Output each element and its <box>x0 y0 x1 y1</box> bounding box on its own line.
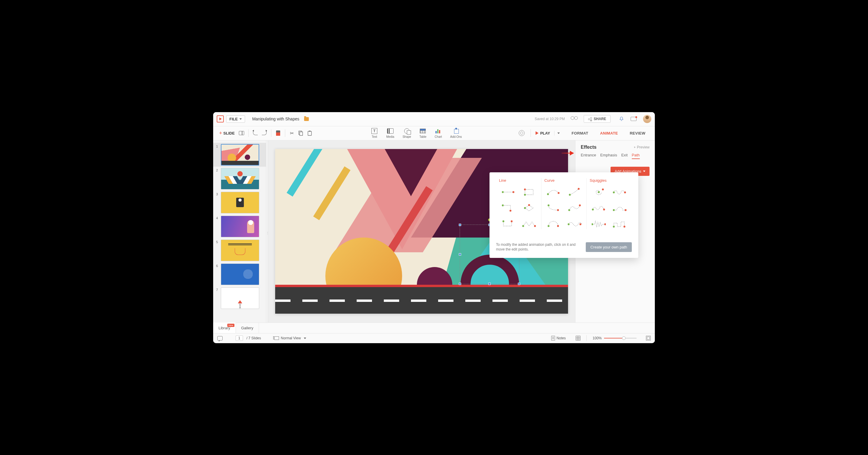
path-line-rect[interactable] <box>520 187 538 197</box>
resize-handle[interactable] <box>459 283 461 285</box>
path-col-curve: Curve <box>545 178 584 183</box>
svg-point-18 <box>547 193 549 195</box>
copy-button[interactable] <box>297 130 304 137</box>
insert-text[interactable]: TText <box>371 128 378 138</box>
path-line-elbow[interactable] <box>499 203 517 213</box>
path-curve-diag[interactable] <box>565 187 583 197</box>
current-slide-input[interactable]: 1 <box>236 335 243 341</box>
svg-point-24 <box>568 209 570 211</box>
svg-point-17 <box>534 225 536 227</box>
svg-point-6 <box>512 191 514 193</box>
insert-table[interactable]: Table <box>419 128 426 138</box>
path-curve-wave[interactable] <box>565 219 583 229</box>
resize-handle[interactable] <box>488 283 491 285</box>
path-curve-arc[interactable] <box>545 187 562 197</box>
svg-point-23 <box>557 209 559 211</box>
bottom-tab-library[interactable]: LibraryNew <box>213 323 236 333</box>
create-own-path-button[interactable]: Create your own path <box>586 242 632 252</box>
svg-point-21 <box>578 188 579 189</box>
thumb-4[interactable]: 4 <box>213 215 266 238</box>
collaborators-icon[interactable] <box>571 116 578 122</box>
svg-point-40 <box>613 225 615 227</box>
effects-tab-emphasis[interactable]: Emphasis <box>600 153 617 159</box>
svg-point-19 <box>558 192 559 194</box>
thumb-6[interactable]: 6 <box>213 262 266 286</box>
svg-rect-7 <box>525 189 533 195</box>
svg-point-36 <box>613 209 615 211</box>
bell-icon[interactable] <box>619 116 624 122</box>
share-icon <box>588 117 592 121</box>
path-curve-corner[interactable] <box>545 203 562 213</box>
svg-point-25 <box>579 204 581 206</box>
play-button[interactable]: PLAY <box>533 130 562 137</box>
path-hint-text: To modify the added animation path, clic… <box>496 242 576 252</box>
svg-point-26 <box>548 225 550 227</box>
insert-chart[interactable]: Chart <box>435 128 442 138</box>
effects-tab-path[interactable]: Path <box>632 153 640 159</box>
doc-title[interactable]: Manipulating with Shapes <box>252 117 299 121</box>
svg-point-32 <box>613 191 615 193</box>
svg-point-12 <box>524 207 526 208</box>
resize-handle[interactable] <box>518 283 520 285</box>
app-logo[interactable] <box>217 116 224 123</box>
svg-rect-2 <box>308 131 311 135</box>
view-selector[interactable]: Normal View <box>272 335 308 341</box>
effects-tab-exit[interactable]: Exit <box>621 153 628 159</box>
svg-point-9 <box>524 188 526 190</box>
user-avatar[interactable] <box>643 115 651 123</box>
thumb-5[interactable]: 5 <box>213 238 266 262</box>
undo-button[interactable] <box>252 130 259 137</box>
path-squiggle-bump[interactable] <box>611 203 629 213</box>
path-curve-s[interactable] <box>565 203 583 213</box>
mail-icon[interactable] <box>631 117 637 121</box>
layout-button[interactable] <box>238 130 245 137</box>
svg-point-41 <box>624 225 625 227</box>
paste-button[interactable] <box>306 130 313 137</box>
new-slide-button[interactable]: +SLIDE <box>217 129 237 137</box>
zoom-value: 100% <box>593 336 602 340</box>
tab-review[interactable]: REVIEW <box>624 127 651 139</box>
path-line-diamond[interactable] <box>520 203 538 213</box>
file-menu[interactable]: FILE <box>226 116 245 123</box>
format-painter[interactable] <box>275 130 282 137</box>
settings-icon[interactable] <box>519 130 525 136</box>
thumb-3[interactable]: 3 <box>213 191 266 215</box>
comments-icon[interactable] <box>217 336 223 340</box>
svg-point-13 <box>528 204 530 206</box>
tab-animate[interactable]: ANIMATE <box>594 127 624 139</box>
path-line-zigzag[interactable] <box>520 219 538 229</box>
svg-point-30 <box>598 191 600 193</box>
cut-button[interactable]: ✂ <box>288 130 296 137</box>
folder-icon[interactable] <box>304 117 309 121</box>
slide-thumbnails[interactable]: 1 2 3 4 5 6 7 <box>213 140 266 323</box>
insert-shape[interactable]: Shape <box>402 128 411 138</box>
grid-view-icon[interactable] <box>576 336 581 340</box>
path-popover: Line Curve <box>490 172 638 258</box>
fullscreen-icon[interactable] <box>646 336 651 340</box>
path-squiggle-spiral[interactable] <box>590 187 608 197</box>
redo-button[interactable] <box>261 130 268 137</box>
thumb-2[interactable]: 2 <box>213 167 266 191</box>
svg-point-34 <box>592 208 594 210</box>
path-curve-semicircle[interactable] <box>545 219 562 229</box>
preview-link[interactable]: Preview <box>634 145 650 149</box>
insert-addons[interactable]: Add-Ons <box>450 128 462 138</box>
thumb-1[interactable]: 1 <box>213 143 266 167</box>
thumb-7[interactable]: 7 <box>213 286 266 310</box>
effects-tab-entrance[interactable]: Entrance <box>581 153 596 159</box>
resize-handle[interactable] <box>459 224 461 226</box>
path-squiggle-heartbeat[interactable] <box>590 219 608 229</box>
bottom-tab-gallery[interactable]: Gallery <box>236 323 259 333</box>
path-squiggle-loops[interactable] <box>611 187 629 197</box>
path-line-straight[interactable] <box>499 187 517 197</box>
notes-button[interactable]: Notes <box>551 336 566 340</box>
tab-format[interactable]: FORMAT <box>566 127 594 139</box>
svg-point-20 <box>569 194 570 195</box>
share-button[interactable]: SHARE <box>584 115 611 123</box>
path-line-u[interactable] <box>499 219 517 229</box>
zoom-slider[interactable] <box>604 338 637 338</box>
path-squiggle-random[interactable] <box>590 203 608 213</box>
path-squiggle-steps[interactable] <box>611 219 629 229</box>
insert-media[interactable]: Media <box>386 128 394 138</box>
resize-handle[interactable] <box>459 253 461 256</box>
